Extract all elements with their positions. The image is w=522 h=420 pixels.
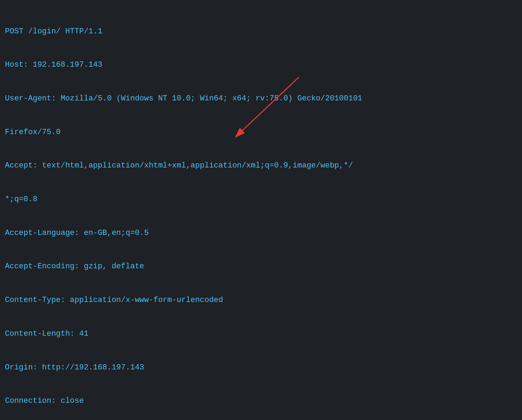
request-line-6: *;q=0.8 (5, 194, 517, 205)
request-line-5: Accept: text/html,application/xhtml+xml,… (5, 160, 517, 171)
request-line-12: Connection: close (5, 395, 517, 407)
request-line-8: Accept-Encoding: gzip, deflate (5, 261, 517, 272)
request-line-9: Content-Type: application/x-www-form-url… (5, 295, 517, 306)
request-line-7: Accept-Language: en-GB,en;q=0.5 (5, 228, 517, 239)
request-line-2: Host: 192.168.197.143 (5, 59, 517, 71)
request-line-1: POST /login/ HTTP/1.1 (5, 26, 517, 37)
request-line-3: User-Agent: Mozilla/5.0 (Windows NT 10.0… (5, 93, 517, 104)
request-line-4: Firefox/75.0 (5, 127, 517, 138)
request-line-10: Content-Length: 41 (5, 328, 517, 340)
http-dump: POST /login/ HTTP/1.1 Host: 192.168.197.… (5, 4, 517, 420)
request-line-11: Origin: http://192.168.197.143 (5, 362, 517, 373)
